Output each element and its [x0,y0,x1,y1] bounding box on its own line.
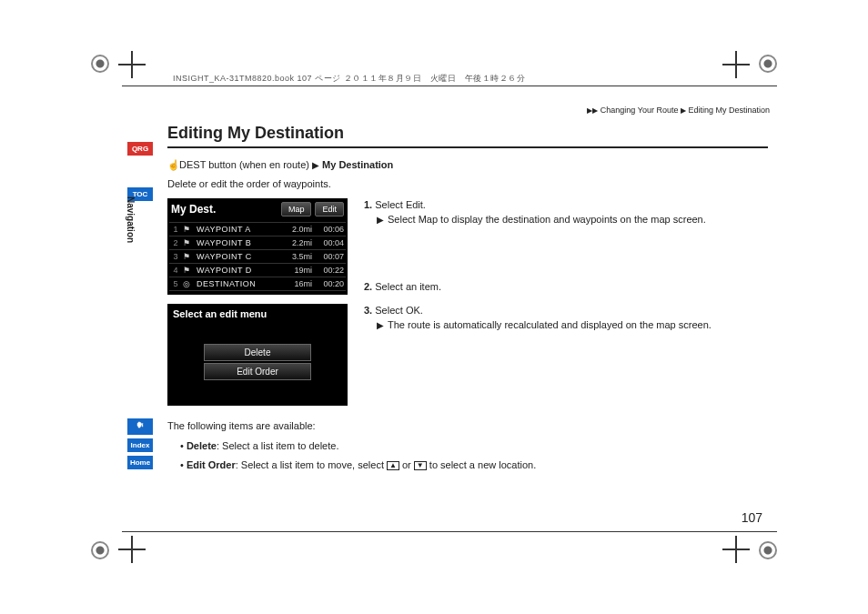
cropmark-icon [91,541,109,559]
triangle-icon: ▶ [312,160,319,170]
device2-editorder: Edit Order [204,363,311,380]
available-items: The following items are available: • Del… [167,418,768,474]
intro-block: ☝ DEST button (when en route) ▶ My Desti… [167,157,768,191]
intro-line1b: My Destination [322,159,393,170]
device-tab-edit: Edit [315,202,344,216]
row-time: 00:22 [312,266,344,275]
row-dist: 19mi [285,266,312,275]
device-screenshot-editmenu: Select an edit menu Delete Edit Order [167,304,348,406]
row-time: 00:07 [312,252,344,261]
triangle-icon: ▶ [681,106,686,115]
device-row: 4 ⚑ WAYPOINT D 19mi 00:22 [169,263,346,277]
flag-icon: ⚑ [180,225,193,234]
row-time: 00:04 [312,238,344,247]
step-text: Select Edit. [375,199,426,210]
triangle-icon: ▶ [377,213,384,227]
triangle-icon: ▶ [592,106,598,115]
row-dist: 16mi [285,279,312,288]
cropmark-icon [722,536,750,563]
intro-line2: Delete or edit the order of waypoints. [167,176,768,192]
device2-delete: Delete [204,344,311,361]
hand-icon: ☝ [167,157,177,173]
step-sub: Select Map to display the destination an… [388,213,706,227]
cropmark-icon [759,55,777,73]
tab-voice[interactable]: 🗣 [127,418,153,435]
step-num: 1. [364,199,372,210]
row-time: 00:06 [312,225,344,234]
row-num: 1 [171,225,180,234]
device-row: 5 ◎ DESTINATION 16mi 00:20 [169,277,346,291]
target-icon: ◎ [180,279,193,288]
flag-icon: ⚑ [180,266,193,275]
intro-line1a: DEST button (when en route) [179,159,309,170]
step-sub: The route is automatically recalculated … [388,318,712,333]
available-intro: The following items are available: [167,418,768,435]
row-name: DESTINATION [193,279,285,288]
cropmark-icon [759,541,777,559]
bullet-delete: • Delete: Select a list item to delete. [180,438,768,455]
divider [122,86,777,86]
step-text: Select OK. [375,305,423,316]
down-arrow-icon: ▼ [414,461,427,470]
section-label: Navigation [126,196,136,243]
flag-icon: ⚑ [180,252,193,261]
row-time: 00:20 [312,279,344,288]
row-dist: 3.5mi [285,252,312,261]
step-num: 3. [364,305,372,316]
step-3: 3. Select OK. ▶ The route is automatical… [364,304,768,333]
breadcrumb-page: Editing My Destination [688,106,770,115]
device-screenshot-mydest: My Dest. Map Edit 1 ⚑ WAYPOINT A 2.0mi 0… [167,198,348,295]
cropmark-icon [91,55,109,73]
cropmark-icon [118,536,146,563]
device-row: 1 ⚑ WAYPOINT A 2.0mi 00:06 [169,222,346,236]
step-text: Select an item. [375,281,441,292]
row-name: WAYPOINT C [193,252,285,261]
file-info-header: INSIGHT_KA-31TM8820.book 107 ページ ２０１１年８月… [173,73,525,85]
device-tab-map: Map [281,202,312,216]
row-name: WAYPOINT B [193,238,285,247]
divider [122,531,777,532]
row-num: 2 [171,238,180,247]
row-dist: 2.0mi [285,225,312,234]
device-title: My Dest. [171,203,216,216]
triangle-icon: ▶ [377,318,384,333]
row-num: 5 [171,279,180,288]
page-number: 107 [742,510,762,525]
device-row: 3 ⚑ WAYPOINT C 3.5mi 00:07 [169,249,346,263]
device2-title: Select an edit menu [167,304,348,324]
voice-icon: 🗣 [136,421,144,429]
breadcrumb: ▶▶ Changing Your Route ▶ Editing My Dest… [587,106,770,115]
breadcrumb-section: Changing Your Route [601,106,679,115]
row-num: 4 [171,266,180,275]
tab-home[interactable]: Home [127,456,153,469]
cropmark-icon [722,51,750,78]
row-name: WAYPOINT A [193,225,285,234]
tab-qrg[interactable]: QRG [127,142,153,156]
flag-icon: ⚑ [180,238,193,247]
row-num: 3 [171,252,180,261]
step-2: 2. Select an item. [364,280,768,295]
step-num: 2. [364,281,372,292]
step-1: 1. Select Edit. ▶ Select Map to display … [364,198,768,227]
device-row: 2 ⚑ WAYPOINT B 2.2mi 00:04 [169,236,346,249]
row-dist: 2.2mi [285,238,312,247]
cropmark-icon [118,51,146,78]
up-arrow-icon: ▲ [387,461,399,470]
tab-index[interactable]: Index [127,438,153,452]
row-name: WAYPOINT D [193,266,285,275]
page-title: Editing My Destination [167,124,768,148]
bullet-editorder: • Edit Order: Select a list item to move… [180,458,768,474]
